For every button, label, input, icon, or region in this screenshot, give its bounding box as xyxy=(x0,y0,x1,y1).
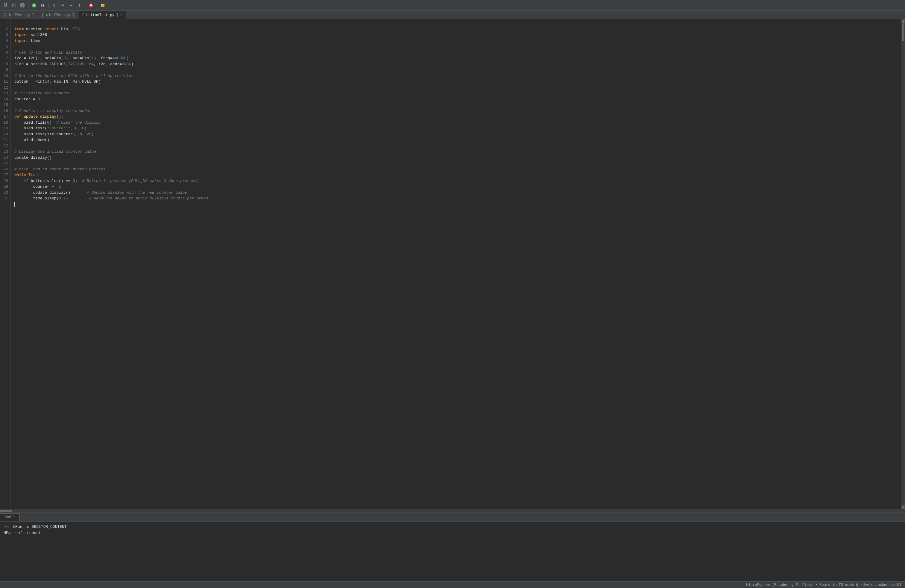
tab-buttontest[interactable]: [ buttonTest.py ] × xyxy=(78,11,126,19)
toolbar-separator-2 xyxy=(48,3,49,8)
save-file-icon[interactable] xyxy=(19,2,26,9)
shell-tab[interactable]: Shell xyxy=(0,513,20,521)
tab-buttontest-close[interactable]: × xyxy=(120,13,122,17)
status-bar: MicroPython (Raspberry Pi Pico) • Board … xyxy=(0,582,905,588)
code-editor[interactable]: from machine import Pin, I2C import ssd1… xyxy=(11,19,902,509)
tab-ledtest[interactable]: [ ledTest.py ] xyxy=(0,11,38,19)
scroll-down-arrow[interactable]: ▼ xyxy=(902,505,905,509)
step-back-icon[interactable] xyxy=(51,2,57,9)
step-into-icon[interactable] xyxy=(68,2,74,9)
svg-marker-12 xyxy=(70,5,72,7)
line-numbers: 1234 5678 9101112 13141516 17181920 2122… xyxy=(0,19,11,509)
scroll-up-arrow[interactable]: ▲ xyxy=(902,19,905,23)
shell-tab-bar: Shell xyxy=(0,513,905,521)
svg-marker-10 xyxy=(63,5,64,6)
tab-ledtest-label: [ ledTest.py ] xyxy=(4,13,34,17)
step-out-icon[interactable] xyxy=(76,2,83,9)
shell-output: MPy: soft reboot xyxy=(3,530,902,537)
run-current-icon[interactable] xyxy=(39,2,46,9)
tab-buttontest-label: [ buttonTest.py ] xyxy=(82,13,119,17)
h-scroll-thumb[interactable] xyxy=(0,510,12,512)
shell-content[interactable]: >>> %Run -c $EDITOR_CONTENT MPy: soft re… xyxy=(0,521,905,582)
horizontal-scrollbar[interactable] xyxy=(0,509,905,513)
svg-rect-4 xyxy=(22,3,23,5)
shell-command-line: >>> %Run -c $EDITOR_CONTENT xyxy=(3,524,902,530)
new-file-icon[interactable] xyxy=(2,2,9,9)
toolbar-separator-1 xyxy=(28,3,29,8)
scroll-track[interactable] xyxy=(902,23,905,505)
svg-rect-5 xyxy=(21,5,24,7)
toolbar xyxy=(0,0,905,11)
tab-oledtest[interactable]: [ oledTest.py ] xyxy=(38,11,78,19)
shell-tab-label: Shell xyxy=(5,515,15,520)
svg-rect-18 xyxy=(102,5,103,6)
shell-prompt: >>> xyxy=(3,524,13,529)
stop-icon[interactable] xyxy=(88,2,94,9)
scroll-thumb[interactable] xyxy=(902,23,904,41)
tab-oledtest-label: [ oledTest.py ] xyxy=(42,13,74,17)
svg-marker-8 xyxy=(41,4,43,7)
device-icon[interactable] xyxy=(99,2,106,9)
code-container: 1234 5678 9101112 13141516 17181920 2122… xyxy=(0,19,905,509)
tabs: [ ledTest.py ] [ oledTest.py ] [ buttonT… xyxy=(0,11,905,19)
shell-command: %Run -c $EDITOR_CONTENT xyxy=(13,524,67,529)
svg-rect-16 xyxy=(90,5,92,6)
run-icon[interactable] xyxy=(31,2,37,9)
vertical-scrollbar[interactable]: ▲ ▼ xyxy=(902,19,905,509)
step-over-icon[interactable] xyxy=(59,2,66,9)
shell-panel: Shell >>> %Run -c $EDITOR_CONTENT MPy: s… xyxy=(0,513,905,582)
status-text: MicroPython (Raspberry Pi Pico) • Board … xyxy=(746,583,902,587)
open-file-icon[interactable] xyxy=(11,2,17,9)
toolbar-separator-4 xyxy=(97,3,97,8)
editor-area: 1234 5678 9101112 13141516 17181920 2122… xyxy=(0,19,905,513)
